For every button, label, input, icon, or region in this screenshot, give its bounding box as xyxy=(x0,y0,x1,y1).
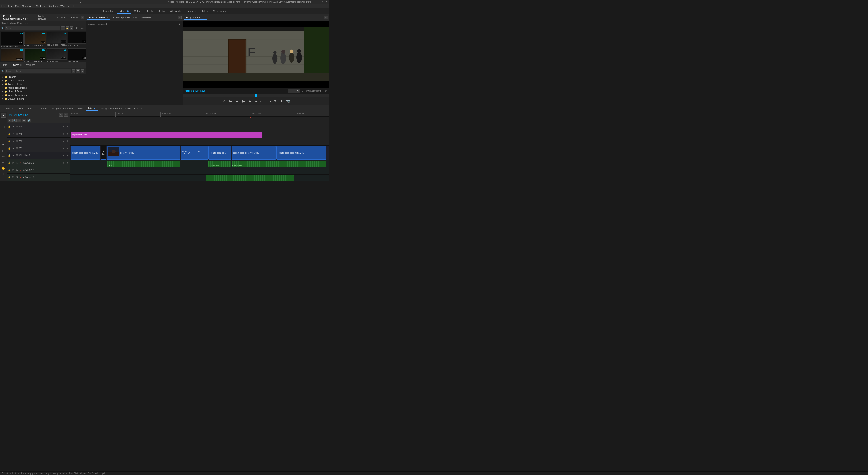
eye-v1[interactable]: ● xyxy=(11,154,15,157)
tab-titles[interactable]: Titles xyxy=(199,9,210,13)
loop-btn[interactable]: ↺ xyxy=(222,99,227,103)
v2-collapse[interactable]: ▼ xyxy=(66,147,69,150)
program-scrubber[interactable] xyxy=(183,94,329,97)
tl-markers-btn[interactable]: M xyxy=(22,119,26,122)
new-bin-btn[interactable]: 📁 xyxy=(66,27,69,30)
program-tab-close[interactable]: ✕ xyxy=(203,17,205,19)
zoom-select[interactable]: Fit 25% 50% 75% 100% xyxy=(287,89,300,93)
settings-icon[interactable]: ⚙ xyxy=(324,89,327,92)
tool-rate-stretch[interactable]: ↔ xyxy=(1,136,6,141)
a1-collapse[interactable]: ▼ xyxy=(66,161,69,165)
solo-a2[interactable]: S xyxy=(16,169,19,172)
tool-track-select[interactable]: ↕ xyxy=(1,119,6,123)
program-settings[interactable]: ≡ xyxy=(324,16,328,20)
menu-markers[interactable]: Markers xyxy=(36,5,45,7)
clip-v1-1[interactable]: 950-LM_S001_S001_T046.MOV xyxy=(70,146,100,160)
clip-v1-4[interactable]: 950-LM_S001_S0... xyxy=(209,146,231,160)
v3-settings[interactable]: ▶ xyxy=(62,140,65,143)
step-back-btn[interactable]: ⏮ xyxy=(228,99,233,103)
tl-tab-little-girl[interactable]: Little Girl xyxy=(1,107,16,111)
solo-a3[interactable]: S xyxy=(16,176,19,179)
export-frame-btn[interactable]: 📷 xyxy=(285,99,290,103)
tl-tab-raw[interactable]: slaughterhouse-raw xyxy=(49,107,76,111)
tl-add-audio-track[interactable]: +A xyxy=(64,113,68,117)
lock-v4[interactable]: 🔒 xyxy=(8,132,11,136)
tl-settings-btn[interactable]: ≡ xyxy=(327,107,328,110)
tool-ripple[interactable]: ⊣ xyxy=(1,124,6,129)
tab-effects-workspace[interactable]: Effects xyxy=(143,9,155,13)
tab-history[interactable]: History xyxy=(69,16,80,20)
list-item[interactable]: 1:02:09 4K 950-LM_S005_S001... xyxy=(1,49,24,62)
scrubber-head[interactable] xyxy=(255,94,257,97)
tool-slip[interactable]: ⇄ xyxy=(1,148,6,153)
menu-graphics[interactable]: Graphics xyxy=(48,5,58,7)
search-input[interactable] xyxy=(5,26,60,30)
eye-v5[interactable]: ● xyxy=(11,125,15,128)
lock-v3[interactable]: 🔒 xyxy=(8,140,11,143)
solo-a1[interactable]: S xyxy=(16,161,19,165)
effects-item-lumetri[interactable]: ▶ 📁 Lumetri Presets xyxy=(1,79,85,82)
tab-media-browser[interactable]: Media Browser xyxy=(36,14,55,21)
tool-select[interactable]: ▲ xyxy=(1,113,6,118)
tl-link-btn[interactable]: 🔗 xyxy=(27,119,31,122)
mute-a1[interactable]: M xyxy=(11,161,15,165)
play-btn[interactable]: ▶ xyxy=(241,99,246,103)
no-clip-expand[interactable]: ▶ xyxy=(179,23,181,26)
toggle-v1[interactable]: M xyxy=(16,154,19,157)
tab-effect-controls[interactable]: Effect Controls ✕ xyxy=(87,16,110,20)
icon-grid-btn[interactable]: ⊞ xyxy=(81,69,84,73)
menu-clip[interactable]: Clip xyxy=(15,5,20,7)
list-item[interactable]: 6:19 4K 950-LM_S001_T001_... xyxy=(1,32,24,48)
eye-v3[interactable]: ● xyxy=(11,140,15,143)
clip-v1-2[interactable]: 950-LM_S001_S001_T048.MOV xyxy=(107,146,180,160)
tab-editing[interactable]: Editing xyxy=(117,9,131,13)
tab-libraries-panel[interactable]: Libraries xyxy=(55,16,68,20)
tab-effects[interactable]: Effects ✕ xyxy=(9,63,24,67)
clip-v1-5[interactable]: 950-LM_S001_S001_T051.MOV xyxy=(232,146,276,160)
tab-audio-clip-mixer[interactable]: Audio Clip Mixer: Intro xyxy=(111,16,138,20)
tl-tab-titles[interactable]: Titles xyxy=(38,107,49,111)
tl-tab-broll[interactable]: Broll xyxy=(16,107,26,111)
tl-magnify-btn[interactable]: 🔍 xyxy=(12,119,17,122)
timeline-tracks-content[interactable]: 00:00:04:23 00:00:09:23 00:00:14:23 00:0… xyxy=(70,112,329,181)
eye-v2[interactable]: ● xyxy=(11,147,15,150)
effects-item-custom-bin[interactable]: ▶ 📁 Custom Bin 01 xyxy=(1,97,85,100)
effects-item-video-transitions[interactable]: ▶ 📁 Video Transitions xyxy=(1,93,85,97)
tl-tab-linked-comp[interactable]: SlaughterhouseOhio Linked Comp 01 xyxy=(98,107,144,111)
toggle-v2[interactable]: M xyxy=(16,147,19,150)
tab-program-monitor[interactable]: Program: Intro ✕ xyxy=(184,16,207,20)
list-item[interactable]: 37:15 4K 950-LM_S001_T001... xyxy=(47,32,67,48)
tab-project[interactable]: Project: SlaughterhouseOhio ✕ xyxy=(1,14,36,21)
step-fwd-btn[interactable]: ⏭ xyxy=(254,99,258,103)
tl-add-video-track[interactable]: +V xyxy=(59,113,63,117)
v1-collapse[interactable]: ▼ xyxy=(66,154,69,157)
new-item-btn[interactable]: + xyxy=(61,27,65,30)
toggle-v5[interactable]: M xyxy=(16,125,19,128)
tab-libraries[interactable]: Libraries xyxy=(184,9,198,13)
menu-edit[interactable]: Edit xyxy=(8,5,12,7)
toggle-v4[interactable]: M xyxy=(16,132,19,136)
tool-rolling[interactable]: ⊢ xyxy=(1,130,6,135)
new-custom-bin-btn[interactable]: + xyxy=(72,69,75,73)
ffwd-btn[interactable]: ⟶ xyxy=(266,99,271,103)
clip-v1-dip[interactable]: Dip to Black xyxy=(101,146,106,160)
effects-tab-close[interactable]: ✕ xyxy=(20,64,22,66)
icon-view-btn[interactable]: ⊞ xyxy=(70,27,73,30)
effect-controls-tab-close[interactable]: ✕ xyxy=(106,17,108,19)
effect-controls-settings[interactable]: ≡ xyxy=(178,16,182,20)
v3-collapse[interactable]: ▼ xyxy=(66,140,69,143)
program-timecode[interactable]: 00:00:24:12 xyxy=(185,89,205,92)
lock-a2[interactable]: 🔒 xyxy=(8,169,11,172)
extract-btn[interactable]: ⬇ xyxy=(279,99,284,103)
tl-nest-btn[interactable]: N xyxy=(8,119,12,122)
effects-item-video-effects[interactable]: ▶ 📁 Video Effects xyxy=(1,90,85,93)
tl-timecode[interactable]: 00:00:24:12 xyxy=(8,113,28,117)
tool-pen[interactable]: ✏ xyxy=(1,160,6,165)
menu-window[interactable]: Window xyxy=(60,5,69,7)
tl-tab-intro[interactable]: Intro xyxy=(76,107,86,111)
mute-a2[interactable]: M xyxy=(11,169,15,172)
list-item[interactable]: 0:23 4K 950-LM_S001_S001_... xyxy=(24,32,46,48)
list-view-btn[interactable]: ☰ xyxy=(76,69,80,73)
panel-settings-btn[interactable]: ≡ xyxy=(81,16,84,20)
tool-hand[interactable]: ✋ xyxy=(1,166,6,171)
